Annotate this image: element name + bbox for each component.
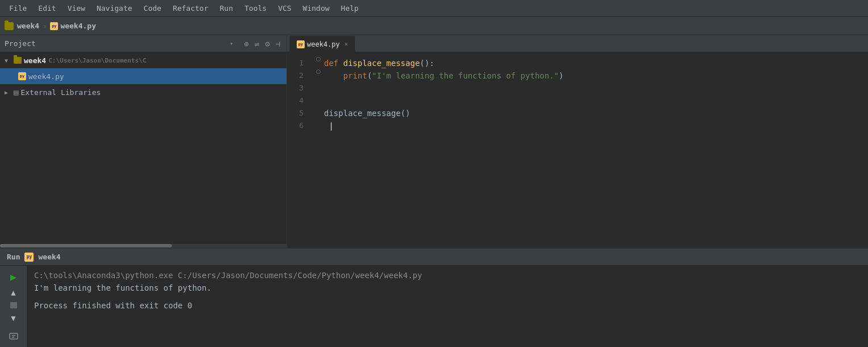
tab-label: week4.py — [307, 40, 340, 48]
nav-file-icon: py — [50, 22, 58, 30]
main-area: Project ▾ ⊕ ⇌ ⚙ ⊣ ▼ week4 C:\Users\Jason… — [0, 35, 868, 347]
line-num-4: 4 — [287, 94, 313, 107]
tree-external-libraries[interactable]: ▶ ▤ External Libraries — [0, 84, 286, 100]
output-result-line: I'm learning the functions of python. — [34, 282, 861, 294]
sidebar-scrollbar-thumb[interactable] — [0, 244, 172, 247]
tree-file-week4py[interactable]: py week4.py — [0, 68, 286, 84]
tree-arrow-root: ▼ — [5, 57, 11, 64]
breakpoint-1[interactable] — [316, 57, 321, 61]
toolbar-btn-2[interactable]: ⇌ — [253, 38, 261, 49]
code-content-5[interactable]: displace_message() — [324, 107, 868, 119]
run-scroll-up-btn[interactable]: ▲ — [7, 286, 20, 299]
run-panel: Run py week4 ▶ ▲ ▼ C:\tools\Anaconda3 — [0, 247, 868, 347]
output-exit-line: Process finished with exit code 0 — [34, 299, 861, 312]
tree-root-folder[interactable]: ▼ week4 C:\Users\Jason\Documents\C — [0, 52, 286, 68]
toolbar-btn-1[interactable]: ⊕ — [242, 38, 250, 49]
tab-close-btn[interactable]: × — [344, 40, 348, 48]
tree-arrow-ext: ▶ — [5, 89, 11, 96]
menu-code[interactable]: Code — [139, 2, 166, 15]
run-header: Run py week4 — [0, 249, 868, 266]
svg-rect-0 — [10, 333, 18, 339]
output-spacer — [34, 295, 861, 299]
file-name: week4.py — [28, 72, 64, 81]
editor-area: Project ▾ ⊕ ⇌ ⚙ ⊣ ▼ week4 C:\Users\Jason… — [0, 35, 868, 247]
project-tree: ▼ week4 C:\Users\Jason\Documents\C py we… — [0, 52, 286, 244]
menu-window[interactable]: Window — [298, 2, 334, 15]
run-tab-label[interactable]: Run — [7, 253, 20, 261]
project-dropdown-btn[interactable]: ▾ — [230, 40, 233, 47]
nav-folder-label[interactable]: week4 — [17, 22, 39, 30]
run-play-btn[interactable]: ▶ — [7, 270, 20, 283]
code-content-3[interactable] — [324, 82, 868, 94]
gutter-1 — [313, 57, 324, 61]
line-num-6: 6 — [287, 119, 313, 132]
gutter-2 — [313, 69, 324, 74]
string-val: "I'm learning the functions of python." — [372, 71, 559, 80]
toolbar-btn-4[interactable]: ⊣ — [274, 38, 282, 49]
run-toolbar: ▶ ▲ ▼ — [0, 266, 27, 347]
nav-file-label: week4.py — [60, 22, 96, 30]
menu-tools[interactable]: Tools — [240, 2, 271, 15]
code-line-3: 3 — [287, 82, 868, 94]
code-area[interactable]: 1 def displace_message(): 2 print("I'm l… — [287, 52, 868, 247]
menu-run[interactable]: Run — [215, 2, 238, 15]
nav-folder-icon — [5, 22, 14, 30]
nav-sep-1: › — [43, 22, 47, 30]
run-name-label[interactable]: week4 — [38, 253, 60, 261]
sidebar: Project ▾ ⊕ ⇌ ⚙ ⊣ ▼ week4 C:\Users\Jason… — [0, 35, 287, 247]
code-line-4: 4 — [287, 94, 868, 107]
menu-edit[interactable]: Edit — [34, 2, 60, 15]
code-line-1: 1 def displace_message(): — [287, 57, 868, 69]
run-output: C:\tools\Anaconda3\python.exe C:/Users/J… — [27, 266, 868, 347]
run-debug-btn[interactable] — [7, 330, 20, 342]
project-toolbar: Project ▾ ⊕ ⇌ ⚙ ⊣ — [0, 35, 286, 52]
run-stop-btn[interactable] — [10, 302, 17, 308]
sidebar-scrollbar[interactable] — [0, 244, 286, 247]
code-line-5: 5 displace_message() — [287, 107, 868, 119]
menu-refactor[interactable]: Refactor — [168, 2, 213, 15]
menu-view[interactable]: View — [63, 2, 90, 15]
run-body: ▶ ▲ ▼ C:\tools\Anaconda3\python.exe C:/U… — [0, 266, 868, 347]
debug-icon — [9, 331, 19, 341]
func-name: displace_message — [343, 59, 420, 68]
project-label: Project — [5, 39, 227, 48]
menu-file[interactable]: File — [5, 2, 31, 15]
code-line-2: 2 print("I'm learning the functions of p… — [287, 69, 868, 82]
code-content-2[interactable]: print("I'm learning the functions of pyt… — [324, 69, 868, 82]
line-num-3: 3 — [287, 82, 313, 94]
menu-help[interactable]: Help — [337, 2, 363, 15]
root-folder-path: C:\Users\Jason\Documents\C — [48, 57, 146, 64]
nav-file-item[interactable]: py week4.py — [50, 22, 96, 30]
code-content-1[interactable]: def displace_message(): — [324, 57, 868, 69]
keyword-print: print — [343, 71, 367, 80]
editor-panel: py week4.py × 1 def displace_message(): — [287, 35, 868, 247]
root-folder-name: week4 — [24, 56, 46, 65]
lib-icon: ▤ — [14, 88, 18, 97]
root-folder-icon — [14, 57, 22, 64]
keyword-def: def — [324, 59, 343, 68]
menu-navigate[interactable]: Navigate — [92, 2, 137, 15]
menu-bar: File Edit View Navigate Code Refactor Ru… — [0, 0, 868, 17]
tab-week4py[interactable]: py week4.py × — [289, 36, 355, 52]
nav-bar: week4 › py week4.py — [0, 17, 868, 35]
line-num-5: 5 — [287, 107, 313, 119]
editor-tabs: py week4.py × — [287, 35, 868, 52]
run-py-icon: py — [24, 253, 34, 262]
code-content-6[interactable] — [324, 119, 868, 132]
output-cmd-line: C:\tools\Anaconda3\python.exe C:/Users/J… — [34, 269, 861, 282]
file-py-icon: py — [18, 72, 26, 80]
menu-vcs[interactable]: VCS — [273, 2, 296, 15]
code-content-4[interactable] — [324, 94, 868, 107]
toolbar-btn-3[interactable]: ⚙ — [263, 38, 271, 49]
tab-icon: py — [297, 40, 305, 48]
external-libraries-label: External Libraries — [20, 88, 101, 97]
code-line-6: 6 — [287, 119, 868, 132]
run-scroll-down-btn[interactable]: ▼ — [7, 312, 20, 324]
breakpoint-2[interactable] — [316, 69, 321, 74]
line-num-1: 1 — [287, 57, 313, 69]
line-num-2: 2 — [287, 69, 313, 82]
